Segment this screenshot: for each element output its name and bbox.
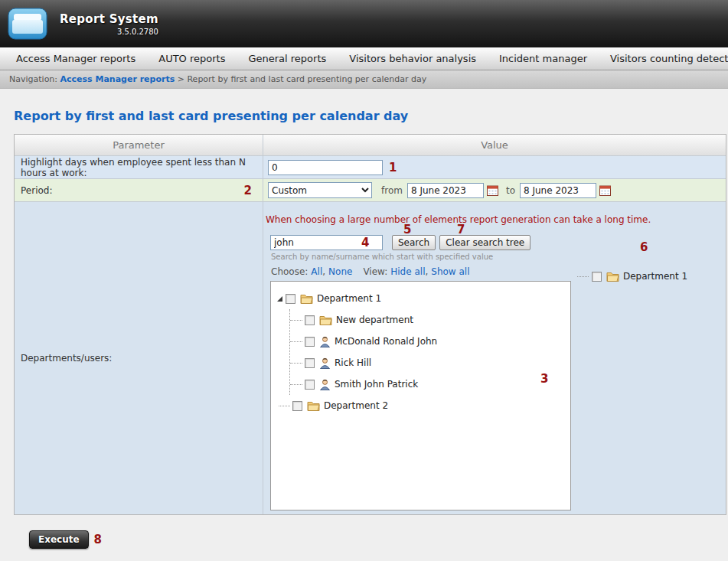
- clear-search-tree-button[interactable]: Clear search tree: [439, 235, 530, 250]
- folder-icon: [300, 293, 313, 304]
- choose-none-link[interactable]: None: [328, 266, 352, 277]
- annotation-4: 4: [361, 236, 369, 250]
- choose-label: Choose:: [271, 266, 308, 277]
- tree-row-new-department[interactable]: New department: [290, 309, 564, 331]
- tree-row-department-1[interactable]: Department 1: [277, 288, 564, 309]
- search-result-tree[interactable]: Department 1: [577, 271, 687, 282]
- tree-row-mcdonald-ronald-john[interactable]: McDonald Ronald John: [290, 331, 564, 352]
- annotation-3: 3: [540, 372, 548, 386]
- breadcrumb-separator: >: [178, 74, 184, 84]
- breadcrumb-prefix: Navigation:: [9, 74, 57, 84]
- departments-users-label: Departments/users:: [15, 202, 263, 514]
- breadcrumb-link-access-manager[interactable]: Access Manager reports: [60, 74, 175, 84]
- row-departments-users: Departments/users: When choosing a large…: [15, 202, 726, 514]
- calendar-from-icon[interactable]: [487, 185, 498, 196]
- breadcrumb: Navigation: Access Manager reports > Rep…: [0, 70, 728, 89]
- user-checkbox[interactable]: [305, 380, 315, 390]
- departments-tree-panel: Department 1 New department: [270, 281, 571, 510]
- search-hint: Search by name/surname which start with …: [271, 253, 726, 261]
- app-logo-icon: [8, 5, 49, 42]
- view-show-all-link[interactable]: Show all: [431, 266, 469, 277]
- column-header-parameter: Parameter: [15, 135, 263, 155]
- annotation-5: 5: [403, 223, 411, 236]
- row-highlight-hours: Highlight days when employee spent less …: [15, 156, 726, 179]
- tree-row-rick-hill[interactable]: Rick Hill: [290, 352, 564, 373]
- user-icon: [319, 357, 331, 369]
- page-title: Report by first and last card presenting…: [14, 109, 726, 123]
- parameters-table: Parameter Value Highlight days when empl…: [14, 134, 726, 515]
- folder-icon: [319, 315, 332, 325]
- user-icon: [319, 336, 331, 347]
- tab-incident-manager[interactable]: Incident manager: [488, 47, 599, 70]
- annotation-7: 7: [457, 223, 465, 236]
- tab-visitors-counting-detectors[interactable]: Visitors counting detectors: [599, 47, 728, 70]
- row-period: Period: 2 Custom from to: [15, 179, 726, 202]
- annotation-1: 1: [389, 161, 397, 174]
- calendar-to-icon[interactable]: [599, 185, 611, 196]
- hours-input[interactable]: [268, 160, 383, 175]
- search-button[interactable]: Search: [392, 235, 436, 250]
- execute-button[interactable]: Execute: [29, 530, 89, 549]
- new-department-checkbox[interactable]: [305, 315, 315, 325]
- result-department-1-checkbox[interactable]: [592, 272, 602, 282]
- app-header: Report System 3.5.0.2780: [0, 0, 728, 47]
- view-hide-all-link[interactable]: Hide all: [390, 266, 425, 277]
- tree-label: Department 1: [317, 293, 381, 304]
- tree-row-department-2[interactable]: Department 2: [277, 395, 564, 416]
- folder-icon: [606, 271, 619, 282]
- choose-all-link[interactable]: All: [311, 266, 322, 277]
- date-from-input[interactable]: [407, 183, 484, 198]
- annotation-2: 2: [244, 184, 252, 197]
- tree-label: Smith John Patrick: [335, 379, 418, 390]
- generation-warning-text: When choosing a large number of elements…: [266, 214, 726, 225]
- user-checkbox[interactable]: [305, 358, 315, 368]
- to-label: to: [506, 185, 515, 196]
- main-content: Report by first and last card presenting…: [0, 89, 728, 549]
- tab-auto-reports[interactable]: AUTO reports: [147, 47, 237, 70]
- breadcrumb-current: Report by first and last card presenting…: [187, 74, 426, 84]
- main-nav: Access Manager reports AUTO reports Gene…: [0, 47, 728, 70]
- department-2-checkbox[interactable]: [292, 401, 302, 411]
- highlight-hours-label: Highlight days when employee spent less …: [15, 156, 263, 178]
- annotation-6: 6: [640, 240, 648, 254]
- tree-label: Department 1: [623, 271, 687, 282]
- column-header-value: Value: [263, 135, 726, 155]
- tree-row-smith-john-patrick[interactable]: Smith John Patrick: [290, 373, 564, 395]
- app-version: 3.5.0.2780: [60, 28, 158, 36]
- tab-visitors-behavior-analysis[interactable]: Visitors behavior analysis: [338, 47, 488, 70]
- tree-label: Department 2: [324, 400, 388, 411]
- departments-value-cell: When choosing a large number of elements…: [263, 202, 726, 514]
- folder-icon: [307, 400, 320, 411]
- period-select[interactable]: Custom: [268, 182, 372, 198]
- collapse-toggle-icon[interactable]: [277, 296, 282, 302]
- footer-bar: Execute 8: [29, 530, 726, 549]
- tree-label: Rick Hill: [335, 357, 371, 368]
- table-header-row: Parameter Value: [15, 135, 726, 156]
- user-checkbox[interactable]: [305, 337, 315, 347]
- department-1-children: New department McDonald: [289, 309, 564, 395]
- tab-general-reports[interactable]: General reports: [237, 47, 338, 70]
- app-title-block: Report System 3.5.0.2780: [60, 12, 158, 36]
- from-label: from: [381, 185, 403, 196]
- period-label: Period:: [21, 185, 52, 196]
- date-to-input[interactable]: [520, 183, 596, 198]
- annotation-8: 8: [94, 533, 102, 546]
- app-title: Report System: [60, 12, 158, 26]
- department-1-checkbox[interactable]: [286, 294, 295, 304]
- tab-access-manager-reports[interactable]: Access Manager reports: [5, 47, 147, 70]
- tree-label: New department: [336, 315, 413, 325]
- search-row: Search Clear search tree: [270, 235, 726, 250]
- view-label: View:: [363, 266, 387, 277]
- user-icon: [319, 379, 331, 390]
- tree-label: McDonald Ronald John: [335, 336, 437, 347]
